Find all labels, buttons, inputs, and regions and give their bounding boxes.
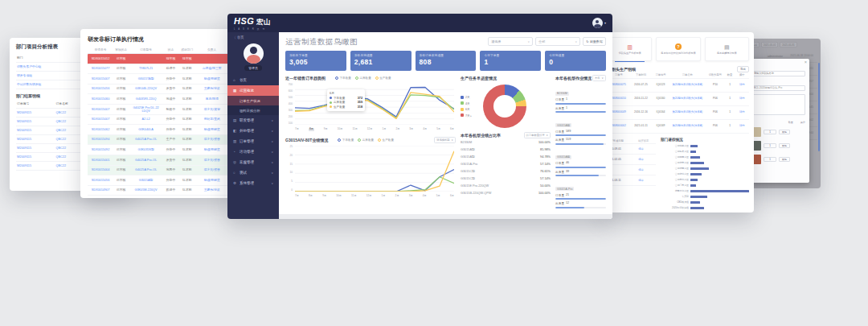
table-row[interactable]: SDX0015077 已审核 T9807L21 处理中 技术部 高炳焱/陈三军 [88,64,228,75]
back-home-link[interactable]: 〈 首页 [227,32,279,41]
table-row[interactable]: SDX0014906 已审核 TL300-E 制造中 技术部 赵明/林三彩 [88,196,228,198]
dept-name-link[interactable]: 研发专项组 [16,73,82,78]
table-row[interactable]: SDX0015056 已审核 G3015A型 外协中 技术部 杨成/曾晓贤 [88,175,228,186]
order-name-link[interactable]: QBC22 [55,163,83,168]
profile-avatar[interactable] [244,43,264,64]
request-id-cell[interactable]: SDX0014907 [88,188,113,192]
model-cell[interactable]: G3K035S型 [129,148,163,151]
dept-name-link[interactable]: 切割头客户中心组 [16,64,82,69]
filter-select-1[interactable]: 请选择 ∨ [488,37,533,46]
order-name-link[interactable]: QBC22 [55,155,83,159]
filter-select-2[interactable]: 全部 ∨ [535,37,580,46]
owner-link[interactable]: 杨成/曾晓贤 [195,77,228,80]
sidebar-item[interactable]: ⚙ 系统管理 ∨ [227,178,279,188]
quantity-input[interactable]: 1 [764,143,776,148]
request-id-cell[interactable]: SDX0015060 [88,97,113,101]
model-cell[interactable]: G3K046-220QV [129,87,163,90]
quantity-input[interactable]: 1 [764,157,776,162]
owner-link[interactable]: 杨成/曾晓贤 [195,128,228,131]
model-cell[interactable]: G4025A Pro-OL [129,168,163,171]
order-id-link[interactable]: W2009115 [16,163,55,168]
owner-link[interactable]: 洪水良/侯营 [195,159,228,162]
owner-link[interactable]: 杨成/曾晓贤 [195,148,228,151]
delete-button[interactable]: 删除 [779,143,790,148]
table-row[interactable]: SDX0015001 已审核 G4025A Pro-OL 发货中 技术部 洪水良… [88,155,228,166]
sidebar-item-home[interactable]: ⌂ 首页 [227,75,279,85]
table-row[interactable]: W08000010 2016-11-22 IQ0160 第20期仓库切割头(仓库… [608,93,749,106]
model-cell[interactable]: A2-L2 [129,118,163,121]
sidebar-subitem[interactable]: 订单生产状况 [227,96,279,105]
order-id-link[interactable]: W2009115 [16,155,55,159]
user-menu[interactable]: ▾ [592,18,606,28]
table-row[interactable]: SDX0015056 已审核 G3K046-220QV 发货中 技术部 王建伟/… [88,85,228,95]
export-button[interactable]: 导出 [737,66,749,72]
request-id-cell[interactable]: SDX0015007 [88,108,113,111]
model-cell[interactable]: G4035RI-220Q [129,97,163,101]
legend-item[interactable]: 下单数量 [338,138,354,142]
legend-item[interactable]: 生产数量 [375,76,391,80]
order-name-link[interactable]: QBC22 [55,146,83,151]
column-header[interactable]: 跟进部门 [178,48,195,52]
machine-period-select[interactable]: 本年 ∨ [592,75,606,81]
description-textarea[interactable] [751,94,805,115]
report-tab[interactable]: ▥ 切割头生产分析报表 [608,37,652,61]
owner-link[interactable]: 洪水良/侯营 [195,138,228,141]
table-row[interactable]: SDX0015092 已审核 G3K035S型 外协中 技术部 杨成/曾晓贤 [88,145,228,155]
table-row[interactable]: SDX0015012 已审核 待审核 待审核 [88,54,228,64]
legend-item[interactable]: 生产数量 [378,138,394,142]
model-select[interactable]: 请选择机型 ∨ [434,137,456,143]
sidebar-item[interactable]: ▥ 订单管理 ∨ [227,136,279,146]
column-header[interactable]: 审核状态 [113,48,129,52]
table-row[interactable]: SDX0015062 已审核 G3K040LA 外协中 技术部 杨成/曾晓贤 [88,125,228,135]
horizontal-scrollbar[interactable] [279,214,612,219]
caret-down-icon[interactable]: ▾ [604,21,606,25]
owner-link[interactable]: 高炳焱/陈三军 [195,67,228,70]
sidebar-item[interactable]: ◎ 客服管理 ∨ [227,157,279,167]
request-id-cell[interactable]: SDX0015007 [88,77,113,80]
legend-item[interactable]: 2天 [461,95,480,99]
table-row[interactable]: W08000075 2016-07-25 IQ0123 第20期仓库切割头(仓库… [608,79,749,93]
detail-link[interactable]: 详情 [735,111,749,114]
request-id-cell[interactable]: SDX0015077 [88,67,113,70]
order-name-link[interactable]: QBC22 [55,110,83,115]
owner-link[interactable]: 洪水良/梁智 [195,108,228,111]
model-cell[interactable]: G4025A Pro-OL [129,138,163,141]
model-cell[interactable]: T9807L21 [129,67,163,70]
request-id-cell[interactable]: SDX0015012 [88,57,113,60]
model-cell[interactable]: G3K040LA [129,128,163,131]
report-tab[interactable]: ? 每月年同比环比和利润分析报表 [656,37,700,61]
legend-item[interactable]: 4天 [461,101,480,105]
column-header[interactable]: 状态 [163,48,178,52]
order-id-link[interactable]: W2009115 [16,137,55,142]
table-row[interactable]: SDX0015007 已审核 G3015TA型 外协中 技术部 杨成/曾晓贤 [88,74,228,85]
model-cell[interactable]: G4025A Pro-OL [129,159,163,162]
legend-item[interactable]: 下单数量 [335,76,351,80]
report-tab[interactable]: ▤ 每月薪酬统计报表 [705,37,749,61]
close-icon[interactable]: × [805,60,807,65]
table-row[interactable]: SDX0015007 已审核 G4025E Pro DL-22 LDQV 制造中… [88,105,228,115]
model-input[interactable] [751,85,805,91]
detail-link[interactable]: 详情 [735,125,749,128]
dept-name-link[interactable]: 中试切割头研发组 [16,82,82,87]
user-avatar-icon[interactable] [592,18,603,28]
model-cell[interactable]: G3015TA型 [129,77,163,80]
table-row[interactable]: W08000002 2021-01-11 IQ0169 第20期仓库切割头(仓库… [608,120,749,134]
sidebar-item-operations-overview[interactable]: ▦ 运营概览 [227,85,279,96]
sidebar-item[interactable]: ▤ 研发管理 ∨ [227,115,279,126]
table-row[interactable]: SDX0014907 已审核 G3K05M-220QV 跟进中 技术部 王建伟/… [88,186,228,196]
table-row[interactable]: SDX0015007 已审核 A2-L2 外协中 技术部 曾绍龙/董武 [88,115,228,126]
sidebar-item[interactable]: ◧ 外协管理 ∨ [227,126,279,136]
order-id-link[interactable]: W2009115 [16,110,55,115]
order-name-link[interactable]: QBC22 [55,119,83,124]
model-cell[interactable]: G3015A型 [129,179,163,182]
request-id-cell[interactable]: SDX0015092 [88,148,113,151]
column-header[interactable]: 订单型号 [129,48,163,52]
detail-link[interactable]: 详情 [735,84,749,87]
table-row[interactable]: SDX0015004 已审核 G4025A Pro-OL 完善中 技术部 洪水良… [88,166,228,176]
request-id-cell[interactable]: SDX0015007 [88,118,113,121]
delete-button[interactable]: 删除 [779,130,790,134]
owner-link[interactable]: 洪水良/侯营 [195,168,228,171]
order-name-link[interactable]: QBC22 [55,137,83,142]
sidebar-item[interactable]: ○ 测试 ∨ [227,167,279,178]
order-name-cell[interactable]: 第20期仓库切割头(仓库A) [669,84,706,87]
